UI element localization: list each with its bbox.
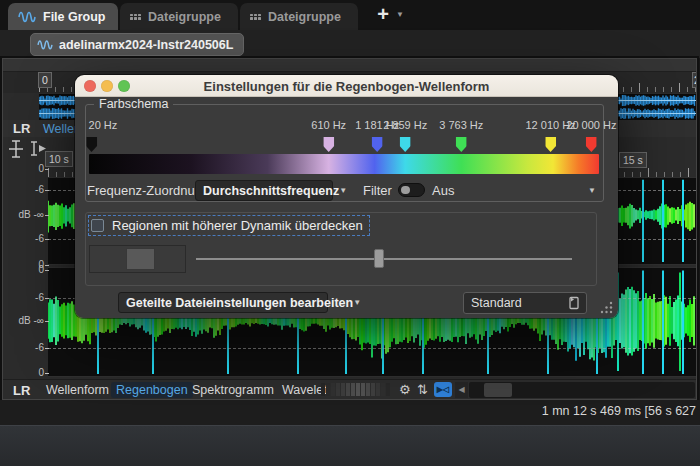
dialog-body: Farbschema 20 Hz 610 Hz 1 181 Hz 2 859 H… (75, 97, 618, 318)
status-bar: 1 mn 12 s 469 ms [56 s 627 (0, 400, 700, 425)
scroll-left-button[interactable]: ◀ (455, 382, 468, 398)
filter-toggle[interactable] (398, 183, 425, 197)
slider-thumb[interactable] (374, 249, 384, 268)
chevron-down-icon: ▼ (353, 298, 361, 307)
frequency-gradient-bar (89, 154, 599, 174)
scrollbar-thumb[interactable] (484, 383, 512, 397)
editor-toolbar-strip (3, 59, 697, 72)
freq-marker-pin[interactable] (456, 137, 467, 152)
preset-field[interactable]: Standard (463, 292, 587, 314)
frequency-markers: 20 Hz 610 Hz 1 181 Hz 2 859 Hz 3 763 Hz … (89, 105, 599, 153)
overlay-checkbox-row[interactable]: Regionen mit höherer Dynamik überdecken (89, 216, 369, 235)
channel-lr-label: LR (13, 121, 30, 136)
waveform-icon (18, 9, 36, 24)
dialog-title-bar[interactable]: Einstellungen für die Regenbogen-Wellenf… (75, 75, 618, 97)
settings-dialog: Einstellungen für die Regenbogen-Wellenf… (75, 75, 618, 318)
db-label: -6 (3, 292, 44, 303)
resize-grip[interactable] (600, 301, 613, 314)
freq-marker-pin[interactable] (586, 137, 597, 152)
preset-document-icon[interactable] (567, 296, 582, 311)
mini-slider-knob[interactable] (126, 248, 155, 270)
tab-dateigruppe-1[interactable]: Dateigruppe (120, 3, 238, 30)
db-label: -6 (3, 233, 44, 244)
freq-marker-label: 20 Hz (89, 119, 118, 131)
overlay-checkbox[interactable] (91, 219, 104, 232)
overview-ruler-end-label: 2 (692, 72, 697, 88)
freq-marker-label: 3 763 Hz (439, 119, 483, 131)
view-tab-regenbogen[interactable]: Regenbogen (111, 382, 193, 398)
dropdown-value: Geteilte Dateieinstellungen bearbeiten (126, 296, 353, 310)
tab-label: Dateigruppe (148, 10, 221, 24)
freq-marker-label: 2 859 Hz (383, 119, 427, 131)
preset-value: Standard (471, 296, 522, 310)
file-chip[interactable]: adelinarmx2024-Instr240506L (30, 33, 244, 56)
zoom-bars-widget[interactable] (321, 383, 390, 396)
db-label: -6 (3, 184, 44, 195)
view-tab-bar: LR Wellenform Regenbogen Spektrogramm Wa… (3, 379, 697, 400)
shared-settings-dropdown[interactable]: Geteilte Dateieinstellungen bearbeiten ▼ (118, 292, 328, 313)
tab-label: Dateigruppe (268, 10, 341, 24)
gear-icon[interactable]: ⚙ (399, 382, 411, 397)
selection-status-text: 1 mn 12 s 469 ms [56 s 627 (542, 404, 696, 418)
filter-label: Filter (363, 183, 392, 198)
horizontal-scrollbar[interactable] (469, 382, 695, 398)
freq-marker-label: 610 Hz (311, 119, 346, 131)
new-tab-caret-icon[interactable]: ▼ (396, 10, 404, 19)
monitor-button[interactable]: ▶◁ (434, 382, 452, 397)
tab-dateigruppe-2[interactable]: Dateigruppe (240, 3, 358, 30)
file-chip-row: adelinarmx2024-Instr240506L (0, 30, 700, 58)
tab-label: File Group (43, 10, 106, 24)
file-group-icon (130, 14, 141, 20)
db-label: dB -∞ (3, 209, 44, 220)
channel-lr-label: LR (13, 383, 30, 398)
frequency-mapping-dropdown[interactable]: Durchschnittsfrequenz ▼ (195, 180, 333, 201)
tab-bar: File Group Dateigruppe Dateigruppe + ▼ (0, 0, 700, 30)
view-tab-spektrogramm[interactable]: Spektrogramm (187, 382, 279, 398)
frequency-mapping-label: Frequenz-Zuordnung (87, 183, 209, 198)
db-label: 0 (3, 163, 44, 174)
transport-bar: « ◀ ▶ ◀◀ ▶▶ ■ ▶ ● 00 h 00 mn (0, 425, 700, 466)
dialog-title: Einstellungen für die Regenbogen-Wellenf… (75, 79, 618, 94)
ruler-label-left: 10 s (45, 151, 73, 167)
db-label: dB -∞ (3, 315, 44, 326)
db-label: 0 (3, 367, 44, 378)
swap-channels-icon[interactable]: ⇅ (417, 382, 428, 397)
gridline-minus6 (48, 348, 696, 349)
file-name: adelinarmx2024-Instr240506L (59, 38, 233, 52)
db-label: 0 (3, 264, 44, 275)
overview-ruler-start-label: 0 (38, 72, 52, 88)
app-window: File Group Dateigruppe Dateigruppe + ▼ a… (0, 0, 700, 466)
freq-marker-pin[interactable] (86, 137, 97, 152)
filter-dropdown-caret-icon[interactable]: ▼ (588, 186, 596, 195)
dynamics-slider[interactable] (196, 258, 572, 260)
ruler-label-right: 15 s (619, 152, 647, 168)
filter-state-label: Aus (432, 183, 454, 198)
dynamics-group: Regionen mit höherer Dynamik überdecken (85, 212, 597, 286)
freq-marker-pin[interactable] (372, 137, 383, 152)
freq-marker-label: 20 000 Hz (566, 119, 616, 131)
chevron-down-icon: ▼ (339, 186, 347, 195)
tab-file-group[interactable]: File Group (8, 3, 118, 30)
file-group-icon (250, 14, 261, 20)
freq-marker-pin[interactable] (400, 137, 411, 152)
waveform-icon (37, 38, 53, 51)
new-tab-button[interactable]: + (372, 2, 394, 28)
freq-marker-pin[interactable] (323, 137, 334, 152)
freq-marker-pin[interactable] (545, 137, 556, 152)
ibeam-tool-icon[interactable] (7, 138, 27, 160)
view-tab-wellenform[interactable]: Wellenform (41, 382, 114, 398)
contrast-mini-slider[interactable] (89, 245, 186, 273)
db-label: -6 (3, 342, 44, 353)
toggle-knob (401, 186, 410, 194)
overlay-checkbox-label: Regionen mit höherer Dynamik überdecken (112, 218, 363, 233)
dropdown-value: Durchschnittsfrequenz (203, 184, 339, 198)
